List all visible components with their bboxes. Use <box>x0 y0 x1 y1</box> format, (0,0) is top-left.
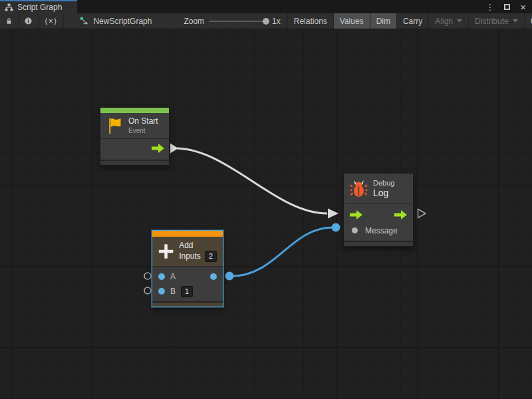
inputs-count-field[interactable]: 2 <box>205 251 217 262</box>
zoom-control: Zoom 1x <box>177 13 287 29</box>
tab-script-graph[interactable]: Script Graph <box>0 0 77 13</box>
message-input-port[interactable] <box>352 227 358 233</box>
flow-wire-end-arrow[interactable] <box>328 209 338 219</box>
value-wire-source-dot[interactable] <box>225 272 234 281</box>
log-flow-output-connector[interactable] <box>418 209 426 218</box>
chevron-down-icon <box>513 19 518 23</box>
message-port-label: Message <box>365 226 398 235</box>
zoom-label: Zoom <box>184 17 204 26</box>
node-add[interactable]: Add Inputs 2 A B 1 <box>152 230 223 307</box>
node-title: Log <box>373 188 394 199</box>
inputs-label: Inputs <box>179 251 201 261</box>
result-output-port[interactable] <box>210 273 217 280</box>
align-label: Align <box>435 17 453 26</box>
overview-button[interactable]: Overview <box>525 13 532 29</box>
add-port-b-connector[interactable] <box>144 287 151 294</box>
selection-color-bar <box>152 231 223 237</box>
zoom-slider[interactable] <box>209 21 267 22</box>
close-icon[interactable]: × <box>520 2 526 12</box>
node-title: Add <box>179 241 217 251</box>
info-button[interactable] <box>19 13 39 29</box>
node-title: On Start <box>128 116 158 126</box>
chevron-down-icon <box>457 19 462 23</box>
zoom-value: 1x <box>272 17 281 26</box>
window-tab-bar: Script Graph ⋮ × <box>0 0 532 13</box>
flow-output-port-icon[interactable] <box>394 210 407 219</box>
event-color-bar <box>100 108 169 113</box>
relations-toggle[interactable]: Relations <box>287 13 334 29</box>
carry-toggle[interactable]: Carry <box>397 13 429 29</box>
values-label: Values <box>340 17 364 26</box>
wires-layer <box>0 29 532 398</box>
info-icon <box>25 17 32 25</box>
relations-label: Relations <box>294 17 327 26</box>
graph-canvas[interactable]: On Start Event <box>0 29 532 398</box>
zoom-slider-knob[interactable] <box>263 18 269 25</box>
tab-title: Script Graph <box>17 3 62 12</box>
lock-icon <box>6 17 12 25</box>
value-wire-add-to-message[interactable] <box>233 227 332 276</box>
dim-toggle[interactable]: Dim <box>370 13 397 29</box>
script-graph-asset-icon <box>80 17 88 25</box>
node-footer <box>100 160 169 165</box>
values-toggle[interactable]: Values <box>334 13 370 29</box>
plus-icon <box>158 241 174 262</box>
tab-bar-spacer <box>77 0 485 13</box>
node-footer <box>344 241 413 246</box>
port-b-label: B <box>170 287 176 296</box>
node-subtitle: Event <box>128 126 158 135</box>
code-view-button[interactable]: ⟨×⟩ <box>39 13 64 29</box>
flag-icon <box>106 117 123 135</box>
graph-hierarchy-icon <box>5 3 13 11</box>
graph-toolbar: ⟨×⟩ NewScriptGraph Zoom 1x Relations Val… <box>0 13 532 29</box>
node-on-start[interactable]: On Start Event <box>100 107 170 166</box>
distribute-dropdown[interactable]: Distribute <box>469 13 525 29</box>
window-menu-icon[interactable]: ⋮ <box>485 3 494 11</box>
code-view-icon: ⟨×⟩ <box>45 17 57 26</box>
flow-output-port-icon[interactable] <box>152 144 164 153</box>
lock-button[interactable] <box>0 13 19 29</box>
port-b-value-field[interactable]: 1 <box>181 286 193 297</box>
port-a-input[interactable] <box>158 273 165 280</box>
align-dropdown[interactable]: Align <box>429 13 469 29</box>
node-footer <box>152 301 223 307</box>
maximize-icon[interactable] <box>504 4 510 10</box>
value-wire-end-dot[interactable] <box>332 223 340 232</box>
add-port-a-connector[interactable] <box>144 273 151 279</box>
node-category: Debug <box>373 178 394 188</box>
graph-name: NewScriptGraph <box>93 17 152 26</box>
port-b-input[interactable] <box>158 288 165 295</box>
flow-input-port-icon[interactable] <box>350 210 362 219</box>
port-a-label: A <box>170 272 176 281</box>
bug-icon <box>350 179 368 198</box>
distribute-label: Distribute <box>475 17 509 26</box>
node-debug-log[interactable]: Debug Log Message <box>343 173 414 247</box>
dim-label: Dim <box>376 17 390 26</box>
graph-asset-label: NewScriptGraph <box>73 13 158 29</box>
carry-label: Carry <box>403 17 422 26</box>
flow-wire-onstart-to-log[interactable] <box>177 148 327 213</box>
